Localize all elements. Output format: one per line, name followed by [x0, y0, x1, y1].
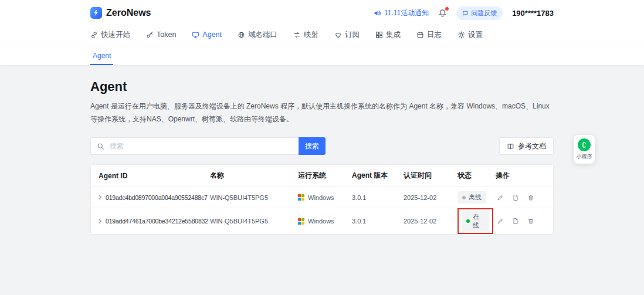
table-row: 019add47461a7000be34212e55808322 WIN-Q5B…	[91, 208, 553, 235]
search-icon	[97, 143, 104, 150]
gear-icon	[457, 31, 465, 39]
mini-program-widget[interactable]: 小程序	[574, 135, 595, 164]
col-status: 状态	[457, 165, 496, 187]
os-value: Windows	[308, 218, 334, 225]
expand-chevron-icon[interactable]	[97, 194, 103, 201]
status-badge-offline: 离线	[457, 191, 486, 204]
brand: ZeroNews	[90, 7, 151, 19]
col-version: Agent 版本	[352, 165, 404, 187]
notification-bell-icon[interactable]	[438, 9, 447, 18]
agent-name-value: WIN-Q5BUI4T5PG5	[210, 208, 298, 235]
edit-button[interactable]	[496, 216, 505, 226]
toolbar: 搜索 参考文档	[90, 137, 554, 155]
wechat-miniprogram-icon	[578, 138, 591, 151]
monitor-icon	[192, 31, 199, 39]
globe-icon	[238, 31, 245, 39]
nav-item-quick-start[interactable]: 快速开始	[90, 30, 130, 40]
expand-chevron-icon[interactable]	[97, 218, 103, 225]
search-input[interactable]	[109, 141, 293, 151]
detail-doc-button[interactable]	[511, 216, 520, 226]
mini-program-label: 小程序	[577, 153, 592, 161]
annotation-highlight-box: 在线	[457, 208, 493, 234]
edit-button[interactable]	[496, 193, 505, 202]
agent-table-card: Agent ID 名称 运行系统 Agent 版本 认证时间 状态 操作	[90, 164, 554, 235]
main-nav: 快速开始 Token Agent 域名端口 映射 订阅	[90, 23, 554, 46]
nav-item-token[interactable]: Token	[146, 30, 176, 39]
announcement-link[interactable]: 11.11活动通知	[374, 8, 429, 18]
search-box	[90, 137, 299, 155]
key-icon	[146, 31, 154, 39]
zeronews-logo-icon	[90, 7, 102, 19]
nav-item-logs[interactable]: 日志	[416, 30, 442, 40]
nav-item-subscription[interactable]: 订阅	[334, 30, 360, 40]
auth-time-value: 2025-12-02	[404, 208, 457, 235]
main-content: Agent Agent 是运行在用户电脑、服务器及终端设备上的 ZeroNews…	[0, 65, 644, 235]
app-header: ZeroNews 11.11活动通知 问题反馈	[0, 0, 644, 65]
delete-button[interactable]	[526, 216, 535, 226]
sub-nav: Agent	[0, 46, 644, 65]
link-icon	[90, 31, 98, 39]
account-phone[interactable]: 190****1783	[512, 9, 554, 18]
speaker-icon	[374, 9, 381, 17]
os-value: Windows	[308, 194, 334, 201]
agent-id-value: 019adc4bd0897000a004a90552488c71	[106, 194, 208, 201]
windows-icon	[298, 218, 304, 225]
nav-item-settings[interactable]: 设置	[457, 30, 483, 40]
feedback-button[interactable]: 问题反馈	[456, 6, 503, 20]
nav-item-domain-port[interactable]: 域名端口	[238, 30, 277, 40]
page-description: Agent 是运行在用户电脑、服务器及终端设备上的 ZeroNews 程序，默认…	[90, 100, 554, 126]
book-icon	[507, 143, 514, 150]
col-name: 名称	[210, 165, 298, 187]
col-os: 运行系统	[298, 165, 352, 187]
brand-name: ZeroNews	[106, 8, 151, 18]
tab-agent[interactable]: Agent	[90, 46, 113, 65]
heart-icon	[334, 31, 342, 39]
status-badge-online: 在线	[462, 211, 489, 232]
nav-item-integration[interactable]: 集成	[375, 30, 401, 40]
log-icon	[416, 31, 424, 39]
col-auth-time: 认证时间	[404, 165, 457, 187]
delete-button[interactable]	[526, 193, 535, 202]
table-header-row: Agent ID 名称 运行系统 Agent 版本 认证时间 状态 操作	[91, 165, 553, 187]
auth-time-value: 2025-12-02	[404, 187, 457, 208]
nav-item-mapping[interactable]: 映射	[293, 30, 318, 40]
chat-icon	[462, 10, 469, 16]
col-agent-id: Agent ID	[91, 165, 210, 187]
table-row: 019adc4bd0897000a004a90552488c71 WIN-Q5B…	[91, 187, 553, 208]
online-dot-icon	[466, 219, 470, 223]
grid-icon	[375, 31, 383, 39]
offline-dot-icon	[462, 196, 466, 199]
notification-badge	[445, 7, 449, 11]
windows-icon	[298, 194, 304, 201]
nav-item-agent[interactable]: Agent	[192, 30, 222, 39]
version-value: 3.0.1	[352, 208, 404, 235]
reference-docs-button[interactable]: 参考文档	[499, 137, 554, 155]
col-actions: 操作	[496, 165, 553, 187]
agent-id-value: 019add47461a7000be34212e55808322	[106, 218, 208, 225]
search-button[interactable]: 搜索	[299, 137, 326, 155]
version-value: 3.0.1	[352, 187, 404, 208]
page-title: Agent	[90, 79, 554, 94]
swap-icon	[293, 31, 301, 39]
detail-doc-button[interactable]	[511, 193, 520, 202]
agent-table: Agent ID 名称 运行系统 Agent 版本 认证时间 状态 操作	[91, 165, 553, 234]
agent-name-value: WIN-Q5BUI4T5PG5	[210, 187, 298, 208]
